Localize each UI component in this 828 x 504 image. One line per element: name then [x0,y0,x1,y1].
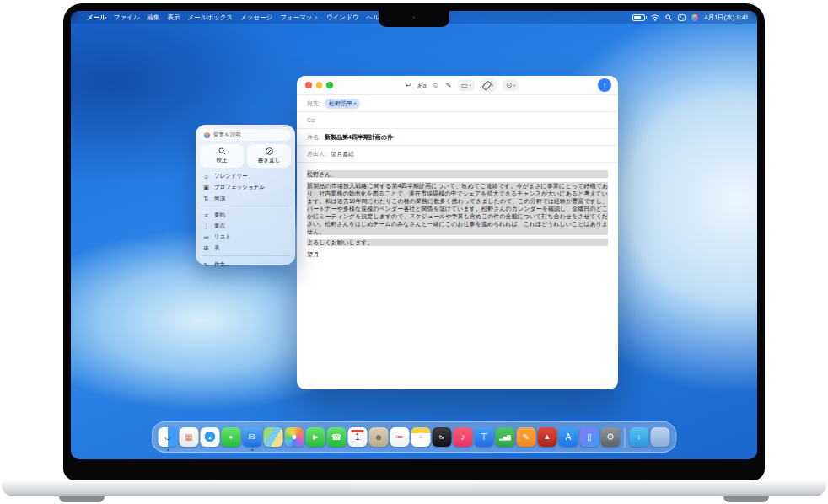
format-text-icon[interactable]: あa [417,83,427,88]
dock-launchpad-icon[interactable]: ▦ [180,427,199,447]
menu-item[interactable]: 表示 [168,13,180,22]
dock-rocket-icon[interactable]: ▲ [538,427,557,447]
compose-toolbar: ↩ あa ☺ ✎ ▭ ▾ ▾ ⊙ ▾ [405,76,519,94]
to-label: 宛先: [307,99,320,108]
menu-item[interactable]: メッセージ [240,13,272,22]
item-label: 作文... [214,261,229,269]
menu-status-area: 4月1日(水) 9:41 [632,13,749,22]
compose-pencil-icon: ✎ [202,262,210,269]
cc-label: Cc: [307,117,316,123]
dock-facetime-icon[interactable]: ▶ [306,427,325,447]
rewrite-label: 書き直し [258,157,280,164]
dock: ◡▦▴●✉▶☎1☻≔≡tv♪⊤▂▅▇✎▲A▯⚙↓ [152,421,677,453]
battery-icon[interactable] [632,14,645,21]
laptop-foot [723,496,769,502]
writing-tools-item-friendly[interactable]: ☺フレンドリー [200,171,291,182]
dock-numbers-icon[interactable]: ▂▅▇ [496,427,515,447]
chevron-down-icon: ▾ [492,83,493,88]
dock-downloads-folder-icon[interactable]: ↓ [630,427,649,447]
screenshot-stage: メール ファイル編集表示メールボックスメッセージフォーマットウインドウヘルプ 4… [0,0,828,504]
dock-mail-icon[interactable]: ✉ [243,427,262,447]
chevron-down-icon: ▾ [469,83,470,88]
undo-icon[interactable]: ↩ [405,82,411,89]
writing-tools-popup: 変更を説明 校正 書き直し ☺フレンドリー▣プロフェッショナル⇅簡潔 [196,125,295,265]
body-paragraph: 新製品の市場投入戦略に関する第4四半期計画について、改めてご連絡です。今がまさに… [307,182,608,235]
writing-tools-item-professional[interactable]: ▣プロフェッショナル [200,182,291,193]
transform-items: ≡要約⋮要点≔リスト⊞表 [200,210,291,254]
pencil-circle-icon [266,147,273,156]
item-label: 表 [214,244,220,252]
dock-music-icon[interactable]: ♪ [454,427,473,447]
more-options-icon: ⊙ [506,82,512,89]
subject-field[interactable]: 件名: 新製品第4四半期計画の件 [297,129,618,146]
subject-label: 件名: [307,133,320,142]
message-body[interactable]: 松野さん、 新製品の市場投入戦略に関する第4四半期計画について、改めてご連絡です… [297,163,618,269]
dock-pages-icon[interactable]: ✎ [517,427,536,447]
control-center-icon[interactable] [678,14,686,21]
cc-field[interactable]: Cc: [297,112,618,129]
writing-tools-item-list[interactable]: ≔リスト [200,232,291,243]
attachment-button[interactable]: ▾ [481,78,497,92]
dock-photos-icon[interactable] [285,427,304,447]
dock-apple-tv-icon[interactable]: tv [433,427,452,447]
menu-clock[interactable]: 4月1日(水) 9:41 [704,13,749,22]
dock-safari-icon[interactable]: ▴ [201,427,220,447]
dock-notes-icon[interactable]: ≡ [411,427,431,447]
item-label: リスト [214,233,231,241]
dock-divider [625,427,626,448]
dock-phone-icon[interactable]: ☎ [327,427,347,447]
dock-trash-icon[interactable] [651,427,670,447]
describe-change-field[interactable]: 変更を説明 [200,129,291,141]
menu-item[interactable]: フォーマット [280,13,319,22]
paperclip-icon [481,80,492,91]
dock-messages-icon[interactable]: ● [222,427,241,447]
item-label: プロフェッショナル [214,184,265,191]
to-field[interactable]: 宛先: 松野浩平 ▾ [297,95,618,112]
from-label: 差出人: [307,150,326,158]
apple-intelligence-icon [204,132,210,138]
minimize-button[interactable] [316,82,323,88]
search-icon[interactable] [665,14,672,21]
dock-maps-icon[interactable] [264,427,283,447]
chevron-down-icon: ▾ [513,83,515,88]
photo-browser-button[interactable]: ▭ ▾ [457,79,474,91]
more-options-button[interactable]: ⊙ ▾ [503,79,519,91]
menu-item[interactable]: ウインドウ [326,13,358,22]
mail-titlebar[interactable]: ↩ あa ☺ ✎ ▭ ▾ ▾ ⊙ ▾ [297,76,618,95]
dock-contacts-icon[interactable]: ☻ [369,427,389,447]
body-greeting: 松野さん、 [307,170,608,178]
proofread-button[interactable]: 校正 [200,144,244,168]
writing-tools-item-concise[interactable]: ⇅簡潔 [200,193,291,204]
menu-item[interactable]: メールボックス [188,13,234,22]
menu-item[interactable]: ファイル [114,13,140,22]
rewrite-button[interactable]: 書き直し [247,144,291,168]
macbook-base [2,480,826,496]
siri-icon[interactable] [691,14,698,21]
body-signature: 望月 [307,250,608,258]
writing-tools-item-compose[interactable]: ✎作文... [200,260,291,271]
zoom-button[interactable] [326,82,333,88]
tone-items: ☺フレンドリー▣プロフェッショナル⇅簡潔 [200,171,291,204]
writing-tools-item-key-points[interactable]: ⋮要点 [200,221,291,232]
subject-value: 新製品第4四半期計画の件 [325,133,393,142]
writing-tools-item-summary[interactable]: ≡要約 [200,210,291,221]
dock-calendar-icon[interactable]: 1 [348,427,368,447]
menu-item[interactable]: 編集 [148,13,160,22]
writing-tools-icon[interactable]: ✎ [445,82,451,89]
separator [202,255,289,256]
recipient-token[interactable]: 松野浩平 ▾ [325,99,360,109]
dock-reminders-icon[interactable]: ≔ [390,427,410,447]
dock-system-settings-icon[interactable]: ⚙ [601,427,621,447]
wifi-icon[interactable] [651,14,659,21]
send-button[interactable]: ↑ [598,78,611,92]
menu-app-name[interactable]: メール [87,13,106,22]
dock-finder-icon[interactable]: ◡ [159,427,178,447]
dock-app-store-icon[interactable]: A [559,427,578,447]
dock-keynote-icon[interactable]: ⊤ [475,427,494,447]
writing-tools-actions: 校正 書き直し [200,144,291,168]
emoji-icon[interactable]: ☺ [433,82,440,89]
writing-tools-item-table[interactable]: ⊞表 [200,243,291,254]
from-field[interactable]: 差出人: 望月嘉絵 [297,146,618,163]
close-button[interactable] [305,82,312,88]
dock-iphone-mirroring-icon[interactable]: ▯ [580,427,599,447]
